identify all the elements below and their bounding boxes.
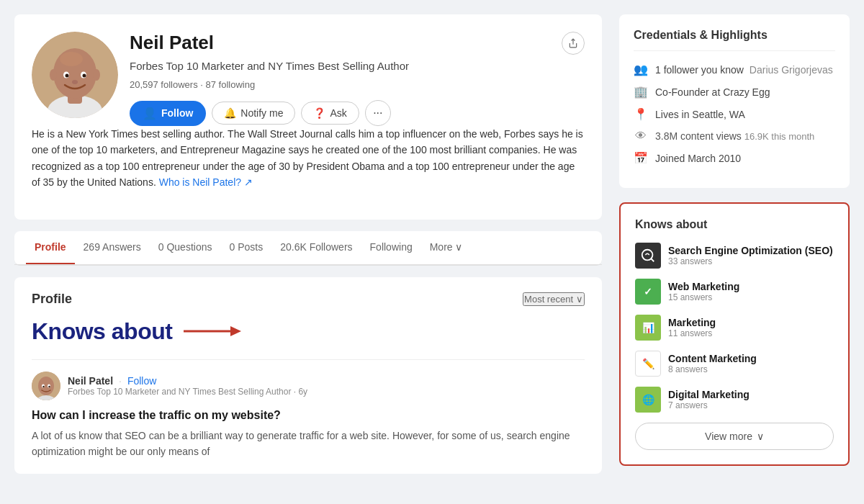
tab-posts[interactable]: 0 Posts: [220, 231, 271, 265]
bell-icon: 🔔: [224, 107, 236, 119]
content-marketing-info: Content Marketing 8 answers: [668, 353, 834, 374]
svg-point-11: [93, 69, 100, 81]
profile-bio: He is a New York Times best selling auth…: [32, 126, 585, 191]
credential-views: 👁 3.8M content views 16.9K this month: [634, 130, 835, 143]
section-title: Profile: [32, 292, 72, 307]
ask-button[interactable]: ❓ Ask: [301, 102, 359, 125]
building-icon: 🏢: [634, 85, 648, 99]
author-meta: Forbes Top 10 Marketer and NY Times Best…: [68, 387, 585, 397]
seo-topic-answers: 33 answers: [668, 256, 834, 266]
credentials-title: Credentials & Highlights: [634, 29, 835, 51]
profile-info: Neil Patel Forbes Top 10 Marketer and NY…: [130, 32, 585, 126]
tab-more[interactable]: More ∨: [421, 231, 472, 265]
svg-point-21: [48, 385, 50, 387]
post-item: Neil Patel · Follow Forbes Top 10 Market…: [32, 359, 585, 460]
marketing-info: Marketing 11 answers: [668, 317, 834, 338]
content-marketing-answers: 8 answers: [668, 364, 834, 374]
web-marketing-name: Web Marketing: [668, 281, 834, 292]
profile-section: Profile Most recent ∨ Knows about: [14, 277, 602, 474]
sidebar: Credentials & Highlights 👥 1 follower yo…: [619, 14, 850, 474]
web-marketing-answers: 15 answers: [668, 292, 834, 302]
web-marketing-info: Web Marketing 15 answers: [668, 281, 834, 302]
chevron-down-icon: ∨: [576, 294, 583, 305]
calendar-icon: 📅: [634, 151, 648, 165]
arrow-right-icon: [184, 323, 241, 340]
author-avatar: [32, 372, 60, 400]
svg-point-8: [83, 74, 86, 78]
share-button[interactable]: [562, 32, 585, 55]
content-marketing-name: Content Marketing: [668, 353, 834, 364]
svg-point-20: [42, 385, 44, 387]
credentials-card: Credentials & Highlights 👥 1 follower yo…: [619, 14, 850, 188]
notify-button[interactable]: 🔔 Notify me: [212, 102, 295, 125]
more-options-button[interactable]: ···: [365, 100, 391, 126]
view-more-label: View more: [705, 431, 752, 442]
action-buttons: 👤 Follow 🔔 Notify me ❓ Ask ···: [130, 100, 585, 126]
section-header: Profile Most recent ∨: [32, 292, 585, 307]
topic-web-marketing[interactable]: ✓ Web Marketing 15 answers: [635, 279, 834, 305]
marketing-answers: 11 answers: [668, 328, 834, 338]
sort-button[interactable]: Most recent ∨: [523, 292, 585, 306]
digital-marketing-info: Digital Marketing 7 answers: [668, 389, 834, 410]
author-name: Neil Patel: [68, 375, 113, 387]
seo-topic-name: Search Engine Optimization (SEO): [668, 245, 834, 256]
avatar: [32, 32, 118, 126]
tabs-container: Profile 269 Answers 0 Questions 0 Posts …: [14, 231, 602, 266]
digital-marketing-answers: 7 answers: [668, 400, 834, 410]
knows-about-sidebar-title: Knows about: [635, 218, 834, 231]
chevron-down-icon: ∨: [757, 431, 764, 442]
seo-topic-info: Search Engine Optimization (SEO) 33 answ…: [668, 245, 834, 266]
svg-point-17: [38, 377, 54, 395]
seo-topic-icon: [635, 243, 661, 269]
bio-link[interactable]: Who is Neil Patel? ↗: [159, 176, 253, 188]
svg-point-22: [642, 250, 653, 261]
topic-seo[interactable]: Search Engine Optimization (SEO) 33 answ…: [635, 243, 834, 269]
question-icon: ❓: [313, 107, 325, 119]
view-more-button[interactable]: View more ∨: [635, 423, 834, 450]
digital-marketing-name: Digital Marketing: [668, 389, 834, 400]
web-marketing-icon: ✓: [635, 279, 661, 305]
topic-digital-marketing[interactable]: 🌐 Digital Marketing 7 answers: [635, 387, 834, 413]
author-info: Neil Patel · Follow Forbes Top 10 Market…: [68, 375, 585, 397]
inline-follow-button[interactable]: Follow: [127, 375, 156, 387]
marketing-icon: 📊: [635, 315, 661, 341]
content-marketing-icon: ✏️: [635, 351, 661, 377]
tab-questions[interactable]: 0 Questions: [150, 231, 221, 265]
svg-point-9: [72, 80, 78, 84]
follow-icon: 👤: [143, 107, 157, 120]
svg-line-23: [651, 258, 654, 261]
marketing-name: Marketing: [668, 317, 834, 328]
profile-card: Neil Patel Forbes Top 10 Marketer and NY…: [14, 14, 602, 220]
credential-followers-you-know: 👥 1 follower you know Darius Grigorjevas: [634, 63, 835, 76]
profile-name: Neil Patel: [130, 32, 214, 54]
svg-point-7: [66, 74, 69, 78]
follow-label: Follow: [161, 107, 193, 119]
svg-point-4: [60, 52, 83, 66]
credential-joined: 📅 Joined March 2010: [634, 151, 835, 165]
profile-title: Forbes Top 10 Marketer and NY Times Best…: [130, 58, 585, 73]
topic-marketing[interactable]: 📊 Marketing 11 answers: [635, 315, 834, 341]
post-excerpt: A lot of us know that SEO can be a brill…: [32, 428, 585, 460]
svg-point-10: [50, 69, 57, 81]
people-icon: 👥: [634, 63, 648, 76]
credential-location: 📍 Lives in Seattle, WA: [634, 107, 835, 121]
tab-profile[interactable]: Profile: [26, 231, 75, 265]
knows-about-annotation-text: Knows about: [32, 318, 172, 345]
topic-content-marketing[interactable]: ✏️ Content Marketing 8 answers: [635, 351, 834, 377]
ask-label: Ask: [330, 107, 346, 119]
tabs-nav: Profile 269 Answers 0 Questions 0 Posts …: [14, 231, 602, 265]
post-title[interactable]: How can I increase the traffic on my web…: [32, 409, 585, 422]
tab-answers[interactable]: 269 Answers: [75, 231, 150, 265]
eye-icon: 👁: [634, 130, 648, 143]
post-author: Neil Patel · Follow Forbes Top 10 Market…: [32, 372, 585, 400]
knows-about-card: Knows about Search Engine Optimization (…: [619, 202, 850, 466]
follow-button[interactable]: 👤 Follow: [130, 101, 206, 126]
location-icon: 📍: [634, 107, 648, 121]
profile-stats: 20,597 followers · 87 following: [130, 79, 585, 90]
knows-about-annotation: Knows about: [32, 318, 585, 345]
credential-cofounder: 🏢 Co-Founder at Crazy Egg: [634, 85, 835, 99]
tab-followers[interactable]: 20.6K Followers: [271, 231, 361, 265]
tab-following[interactable]: Following: [361, 231, 421, 265]
bio-text: He is a New York Times best selling auth…: [32, 128, 583, 188]
ellipsis-icon: ···: [373, 107, 382, 120]
